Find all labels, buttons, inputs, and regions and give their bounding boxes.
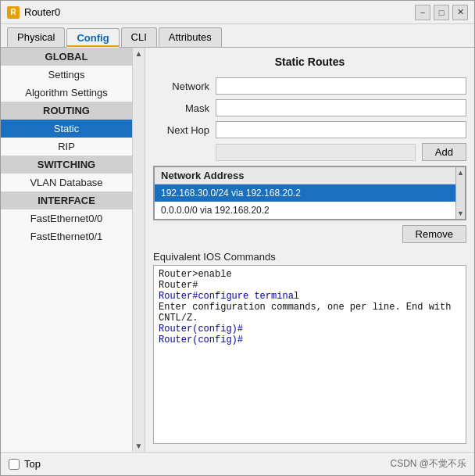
tab-physical[interactable]: Physical bbox=[7, 27, 65, 47]
mask-label: Mask bbox=[153, 102, 216, 114]
network-input[interactable] bbox=[216, 77, 466, 95]
top-checkbox[interactable] bbox=[9, 459, 20, 470]
tab-attributes[interactable]: Attributes bbox=[159, 27, 222, 47]
sidebar-item-fastethernet00[interactable]: FastEthernet0/0 bbox=[1, 209, 132, 227]
title-bar: R Router0 − □ ✕ bbox=[1, 1, 474, 24]
minimize-button[interactable]: − bbox=[415, 5, 430, 20]
nexthop-input[interactable] bbox=[216, 121, 466, 138]
add-button[interactable]: Add bbox=[422, 143, 466, 161]
window-controls: − □ ✕ bbox=[415, 5, 468, 20]
window-title: Router0 bbox=[24, 6, 415, 18]
tab-config[interactable]: Config bbox=[66, 28, 119, 48]
mask-row: Mask bbox=[153, 99, 466, 116]
ios-console[interactable]: Router>enable Router# Router#configure t… bbox=[153, 265, 466, 444]
nexthop-row: Next Hop bbox=[153, 121, 466, 138]
main-content: GLOBAL Settings Algorithm Settings ROUTI… bbox=[1, 48, 474, 452]
table-header: Network Address bbox=[155, 167, 455, 184]
sidebar: GLOBAL Settings Algorithm Settings ROUTI… bbox=[1, 48, 145, 452]
ios-commands-section: Equivalent IOS Commands Router>enable Ro… bbox=[153, 251, 466, 444]
remove-button-row: Remove bbox=[153, 225, 466, 243]
ios-line-3: Router#configure terminal bbox=[159, 291, 461, 302]
table-scrollbar[interactable]: ▲ ▼ bbox=[455, 167, 465, 219]
mask-input[interactable] bbox=[216, 99, 466, 116]
main-window: R Router0 − □ ✕ Physical Config CLI Attr… bbox=[0, 0, 475, 476]
ios-line-6: Router(config)# bbox=[159, 335, 461, 345]
table-row[interactable]: 0.0.0.0/0 via 192.168.20.2 bbox=[155, 202, 455, 219]
sidebar-item-static[interactable]: Static bbox=[1, 120, 132, 138]
ios-line-2: Router# bbox=[159, 280, 461, 291]
sidebar-item-fastethernet01[interactable]: FastEthernet0/1 bbox=[1, 227, 132, 245]
top-label: Top bbox=[24, 458, 41, 470]
ios-line-1: Router>enable bbox=[159, 269, 461, 280]
close-button[interactable]: ✕ bbox=[452, 5, 468, 20]
ios-label: Equivalent IOS Commands bbox=[153, 251, 466, 263]
bottom-right-text: CSDN @不觉不乐 bbox=[390, 457, 466, 471]
sidebar-scrollbar: ▲ ▼ bbox=[132, 48, 145, 452]
sidebar-section-global: GLOBAL bbox=[1, 48, 132, 66]
sidebar-section-switching: SWITCHING bbox=[1, 156, 132, 174]
static-routes-section: Static Routes Network Mask Next Hop bbox=[153, 55, 466, 251]
ios-line-5: Router(config)# bbox=[159, 324, 461, 335]
remove-button[interactable]: Remove bbox=[402, 225, 466, 243]
maximize-button[interactable]: □ bbox=[434, 5, 449, 20]
scroll-up-arrow[interactable]: ▲ bbox=[133, 48, 145, 59]
network-row: Network bbox=[153, 77, 466, 95]
add-button-row: Add bbox=[153, 143, 466, 161]
scroll-down-arrow[interactable]: ▼ bbox=[133, 440, 145, 452]
content-area: Static Routes Network Mask Next Hop bbox=[145, 48, 474, 452]
sidebar-scroll-area: GLOBAL Settings Algorithm Settings ROUTI… bbox=[1, 48, 132, 452]
section-title: Static Routes bbox=[153, 55, 466, 68]
sidebar-item-vlan-database[interactable]: VLAN Database bbox=[1, 174, 132, 191]
network-label: Network bbox=[153, 81, 216, 92]
tab-bar: Physical Config CLI Attributes bbox=[1, 24, 474, 48]
sidebar-item-settings[interactable]: Settings bbox=[1, 66, 132, 84]
bottom-bar: Top CSDN @不觉不乐 bbox=[1, 452, 474, 475]
sidebar-item-algorithm-settings[interactable]: Algorithm Settings bbox=[1, 84, 132, 102]
app-icon: R bbox=[7, 6, 20, 19]
tab-cli[interactable]: CLI bbox=[121, 27, 157, 47]
network-address-table: Network Address 192.168.30.0/24 via 192.… bbox=[153, 166, 466, 220]
sidebar-section-interface: INTERFACE bbox=[1, 191, 132, 209]
sidebar-section-routing: ROUTING bbox=[1, 102, 132, 120]
ios-line-4: Enter configuration commands, one per li… bbox=[159, 302, 461, 324]
top-checkbox-row: Top bbox=[9, 458, 41, 470]
table-row[interactable]: 192.168.30.0/24 via 192.168.20.2 bbox=[155, 184, 455, 202]
nexthop-label: Next Hop bbox=[153, 124, 216, 136]
sidebar-item-rip[interactable]: RIP bbox=[1, 138, 132, 156]
